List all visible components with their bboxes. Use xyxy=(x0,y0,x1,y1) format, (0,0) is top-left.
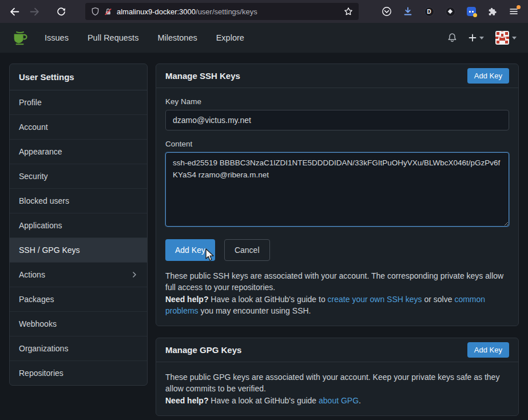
cancel-button[interactable]: Cancel xyxy=(224,239,270,261)
extension-d-icon[interactable]: D xyxy=(422,4,436,19)
sidebar-title: User Settings xyxy=(10,64,147,90)
url-host: almalinux9-docker:3000 xyxy=(117,7,196,16)
sidebar-item-label: SSH / GPG Keys xyxy=(19,245,80,255)
sidebar-item-label: Appearance xyxy=(19,147,62,156)
ssh-panel-header: Manage SSH Keys Add Key xyxy=(156,64,518,88)
ssh-help-text-a: Have a look at GitHub's guide to xyxy=(208,295,327,304)
toolbar-extension-area: D xyxy=(379,4,522,19)
ssh-panel-body: Key Name Content ssh-ed25519 BBBBC3NzaC1… xyxy=(156,88,518,326)
sidebar-item-label: Repositories xyxy=(19,369,63,378)
sidebar-item-security[interactable]: Security xyxy=(10,164,147,188)
content-textarea[interactable]: ssh-ed25519 BBBBC3NzaC1lZDI1NTE5DDDDIDAN… xyxy=(165,152,509,227)
browser-back-button[interactable] xyxy=(6,3,23,20)
sidebar-item-account[interactable]: Account xyxy=(10,114,147,139)
forward-arrow-icon xyxy=(30,7,39,17)
plus-icon xyxy=(469,34,477,42)
app-navbar: Issues Pull Requests Milestones Explore xyxy=(0,23,528,53)
avatar xyxy=(495,31,509,45)
browser-forward-button[interactable] xyxy=(26,3,43,20)
sidebar-item-label: Actions xyxy=(19,270,45,279)
sidebar-item-webhooks[interactable]: Webhooks xyxy=(10,311,147,336)
ssh-keys-panel: Manage SSH Keys Add Key Key Name Content… xyxy=(156,64,519,326)
sidebar-item-label: Applications xyxy=(19,221,62,230)
sidebar-item-label: Organizations xyxy=(19,344,68,353)
gpg-help-text: These public GPG keys are associated wit… xyxy=(165,371,509,406)
sidebar-item-label: Webhooks xyxy=(19,319,57,328)
chevron-down-icon xyxy=(512,37,517,39)
sidebar-item-repositories[interactable]: Repositories xyxy=(10,360,147,385)
sidebar-item-label: Profile xyxy=(19,98,42,107)
sidebar-item-label: Security xyxy=(19,172,48,181)
gpg-help-bold: Need help? xyxy=(165,396,208,405)
gpg-keys-panel: Manage GPG Keys Add Key These public GPG… xyxy=(156,338,519,416)
browser-toolbar: almalinux9-docker:3000/user/settings/key… xyxy=(0,0,528,23)
ssh-help-bold: Need help? xyxy=(165,295,208,304)
sidebar-item-blocked-users[interactable]: Blocked users xyxy=(10,188,147,213)
back-arrow-icon xyxy=(10,7,19,17)
sidebar-item-profile[interactable]: Profile xyxy=(10,90,147,114)
gpg-add-key-header-button[interactable]: Add Key xyxy=(467,342,509,358)
sidebar-item-organizations[interactable]: Organizations xyxy=(10,336,147,360)
sidebar-item-actions[interactable]: Actions xyxy=(10,262,147,287)
create-ssh-keys-link[interactable]: create your own SSH keys xyxy=(328,295,422,304)
tracking-shield-icon[interactable] xyxy=(91,7,100,16)
form-buttons: Add Key Cancel xyxy=(165,239,509,261)
add-key-submit-button[interactable]: Add Key xyxy=(165,239,215,261)
ssh-panel-title: Manage SSH Keys xyxy=(165,71,240,81)
key-name-input[interactable] xyxy=(165,110,509,130)
about-gpg-link[interactable]: about GPG xyxy=(319,396,359,405)
sidebar-item-packages[interactable]: Packages xyxy=(10,287,147,311)
navbar-right xyxy=(447,31,517,45)
extension-dark-icon[interactable] xyxy=(443,4,458,19)
content-label: Content xyxy=(165,140,509,148)
ssh-help-line1: These public SSH keys are associated wit… xyxy=(165,271,503,292)
browser-reload-button[interactable] xyxy=(53,3,70,20)
gpg-help-text-b: . xyxy=(359,396,361,405)
ssh-help-text: These public SSH keys are associated wit… xyxy=(165,270,509,316)
extensions-puzzle-icon[interactable] xyxy=(485,4,500,19)
pocket-icon[interactable] xyxy=(379,4,394,19)
gpg-help-line1: These public GPG keys are associated wit… xyxy=(165,373,499,393)
nav-item-milestones[interactable]: Milestones xyxy=(157,33,197,42)
bookmark-star-icon[interactable] xyxy=(344,7,353,16)
chevron-down-icon xyxy=(479,37,484,39)
ssh-help-text-c: you may encounter using SSH. xyxy=(199,306,311,315)
update-badge xyxy=(517,5,521,9)
downloads-icon[interactable] xyxy=(400,4,415,19)
url-text: almalinux9-docker:3000/user/settings/key… xyxy=(117,7,257,16)
url-bar[interactable]: almalinux9-docker:3000/user/settings/key… xyxy=(85,3,359,20)
sidebar-item-ssh-gpg-keys[interactable]: SSH / GPG Keys xyxy=(10,237,147,262)
chevron-right-icon xyxy=(131,271,138,278)
key-name-label: Key Name xyxy=(165,97,509,106)
reload-icon xyxy=(57,7,66,16)
nav-item-issues[interactable]: Issues xyxy=(45,33,69,42)
gpg-panel-body: These public GPG keys are associated wit… xyxy=(156,362,518,415)
gpg-panel-header: Manage GPG Keys Add Key xyxy=(156,338,518,362)
gpg-panel-title: Manage GPG Keys xyxy=(165,345,241,355)
sidebar-item-label: Account xyxy=(19,122,48,132)
insecure-lock-icon[interactable] xyxy=(104,7,112,16)
sidebar-item-appearance[interactable]: Appearance xyxy=(10,139,147,164)
nav-item-pull-requests[interactable]: Pull Requests xyxy=(88,33,138,42)
gpg-help-text-a: Have a look at GitHub's guide xyxy=(208,396,319,405)
menu-icon[interactable] xyxy=(506,4,521,19)
user-menu-dropdown[interactable] xyxy=(495,31,517,45)
settings-main: Manage SSH Keys Add Key Key Name Content… xyxy=(156,64,519,416)
url-path: /user/settings/keys xyxy=(196,7,257,16)
sidebar-item-applications[interactable]: Applications xyxy=(10,213,147,237)
sidebar-item-label: Packages xyxy=(19,295,54,304)
create-new-dropdown[interactable] xyxy=(469,34,484,42)
nav-item-explore[interactable]: Explore xyxy=(216,33,244,42)
ssh-add-key-header-button[interactable]: Add Key xyxy=(467,68,509,84)
settings-page: User Settings Profile Account Appearance… xyxy=(0,53,528,420)
extension-blue-icon[interactable] xyxy=(464,4,479,19)
notifications-bell-icon[interactable] xyxy=(447,33,457,43)
sidebar-item-label: Blocked users xyxy=(19,196,69,205)
settings-sidebar: User Settings Profile Account Appearance… xyxy=(9,64,148,386)
ssh-help-text-b: or solve xyxy=(422,295,455,304)
gitea-logo-icon[interactable] xyxy=(11,29,29,46)
